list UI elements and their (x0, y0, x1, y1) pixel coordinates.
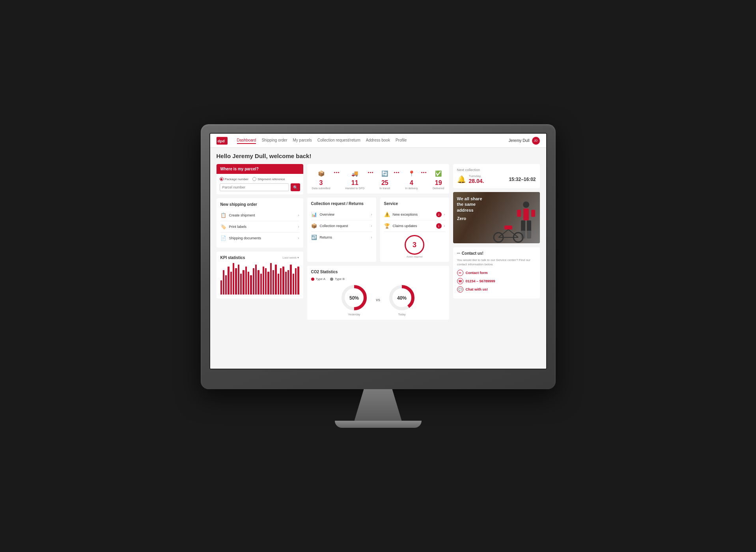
kpi-bar (265, 268, 267, 295)
nav-my-parcels[interactable]: My parcels (293, 137, 312, 144)
legend-type-a-dot (311, 278, 314, 281)
co2-yesterday-label: Yesterday (348, 313, 360, 316)
kpi-header: KPI statistics Last week ▾ (220, 255, 299, 260)
contact-chat-item[interactable]: 💬 Chat with us! (457, 286, 536, 293)
header: dpd Dashboard Shipping order My parcels … (210, 134, 546, 148)
dot8 (396, 172, 397, 173)
radio-package-label[interactable]: Package number (220, 177, 248, 181)
contact-form-icon: ✉ (457, 270, 463, 276)
kpi-bar (267, 272, 269, 295)
co2-charts: 50% Yesterday vs (311, 284, 445, 316)
status-in-delivery: 📍 4 In delivery (405, 168, 418, 190)
kpi-bar (243, 270, 244, 295)
kpi-card: KPI statistics Last week ▾ (217, 252, 303, 298)
status-handed-dpd-icon: 🚚 (349, 168, 360, 179)
dot11 (423, 172, 424, 173)
shipping-docs-label: Shipping documents (229, 236, 296, 240)
overview-item[interactable]: 📊 Overview › (311, 209, 372, 220)
svg-rect-22 (504, 226, 512, 229)
main-nav: Dashboard Shipping order My parcels Coll… (237, 137, 509, 144)
dot1 (334, 172, 335, 173)
nav-profile[interactable]: Profile (396, 137, 407, 144)
dot10 (421, 172, 422, 173)
dot12 (425, 172, 426, 173)
monitor-bezel: dpd Dashboard Shipping order My parcels … (201, 124, 556, 389)
svg-rect-12 (527, 220, 531, 231)
monitor: dpd Dashboard Shipping order My parcels … (201, 124, 556, 428)
status-data-submitted: 📦 3 Data submitted (312, 168, 330, 190)
parcel-search-input[interactable] (220, 183, 289, 191)
nav-shipping-order[interactable]: Shipping order (261, 137, 287, 144)
legend-type-b-dot (330, 278, 333, 281)
shipping-docs-icon: 📄 (220, 235, 227, 241)
collection-request-arrow: › (371, 224, 372, 228)
kpi-bar (260, 274, 262, 295)
kpi-bar (285, 272, 287, 295)
contact-form-item[interactable]: ✉ Contact form (457, 270, 536, 276)
collection-request-item[interactable]: 📦 Collection request › (311, 220, 372, 232)
new-shipping-card: New shipping order 📋 Create shipment › 🏷… (217, 198, 303, 248)
kpi-bar (297, 267, 299, 295)
kpi-bar (287, 270, 289, 295)
kpi-bar (223, 270, 224, 295)
status-dots-3 (394, 172, 399, 173)
dot4 (368, 172, 369, 173)
claims-arrow: › (444, 224, 445, 228)
overview-arrow: › (371, 213, 372, 216)
legend-type-b-label: Type B (335, 277, 345, 281)
kpi-bar (235, 268, 237, 295)
co2-today-label: Today (398, 313, 406, 316)
user-area: Jeremy Dull JD (509, 137, 540, 145)
left-column: Where is my parcel? Package number (217, 164, 303, 320)
create-shipment-item[interactable]: 📋 Create shipment › (220, 210, 299, 221)
create-shipment-label: Create shipment (229, 213, 296, 217)
status-in-delivery-icon: 📍 (406, 168, 417, 179)
monitor-base (335, 421, 422, 428)
svg-text:40%: 40% (397, 295, 407, 301)
claims-updates-label: Claims updates (393, 224, 432, 228)
kpi-period[interactable]: Last week ▾ (282, 256, 299, 259)
kpi-title: KPI statistics (220, 255, 245, 260)
radio-shipment-label[interactable]: Shipment reference (252, 177, 285, 181)
claims-updates-icon: 🏆 (384, 223, 390, 229)
co2-card: CO2 Statistics Type A Type B (307, 266, 449, 320)
print-labels-item[interactable]: 🏷️ Print labels › (220, 221, 299, 233)
new-exceptions-item[interactable]: ⚠️ New exceptions 2 › (384, 209, 445, 220)
shipping-docs-item[interactable]: 📄 Shipping documents › (220, 233, 299, 244)
overview-icon: 📊 (311, 211, 317, 218)
status-bar: 📦 3 Data submitted (307, 164, 449, 194)
nav-address-book[interactable]: Address book (366, 137, 390, 144)
collection-date-row: 🔔 Tuesday, 28.04. 15:32–16:02 (457, 174, 536, 184)
nav-dashboard[interactable]: Dashboard (237, 137, 256, 144)
page-title: Hello Jeremy Dull, welcome back! (217, 153, 540, 159)
status-in-transit-label: In transit (379, 187, 390, 190)
svg-text:Zero: Zero (457, 216, 467, 221)
promo-background: We all sharethe sameaddress Zero (453, 192, 540, 243)
search-button[interactable]: 🔍 (291, 183, 300, 191)
nav-collection-return[interactable]: Collection request/return (317, 137, 360, 144)
kpi-bar-chart (220, 263, 299, 295)
user-avatar[interactable]: JD (532, 137, 540, 145)
collection-date: 28.04. (469, 178, 484, 184)
claims-updates-item[interactable]: 🏆 Claims updates 1 › (384, 220, 445, 232)
kpi-bar (258, 270, 259, 295)
create-shipment-arrow: › (298, 213, 299, 217)
co2-today-wrap: 40% Today (388, 284, 416, 316)
exceptions-badge: 2 (436, 212, 442, 217)
create-shipment-icon: 📋 (220, 212, 227, 218)
contact-phone-item[interactable]: ☎ 01234 – 56789999 (457, 278, 536, 284)
status-delivered-icon: ✅ (433, 168, 444, 179)
returns-arrow: › (371, 235, 372, 239)
print-labels-label: Print labels (229, 225, 296, 229)
status-data-submitted-num: 3 (319, 180, 323, 186)
kpi-bar (255, 265, 257, 295)
right-column: Next collection 🔔 Tuesday, 28.04. 15:32–… (453, 164, 540, 320)
returns-item[interactable]: ↩️ Returns › (311, 232, 372, 243)
status-in-transit-num: 25 (381, 180, 388, 186)
contact-phone-icon: ☎ (457, 278, 463, 284)
service-title: Service (384, 201, 445, 206)
status-handed-dpd: 🚚 11 Handed to DPD (345, 168, 364, 190)
dpd-logo-icon: dpd (217, 137, 228, 145)
dot9 (398, 172, 399, 173)
radio-package-dot (220, 177, 224, 181)
